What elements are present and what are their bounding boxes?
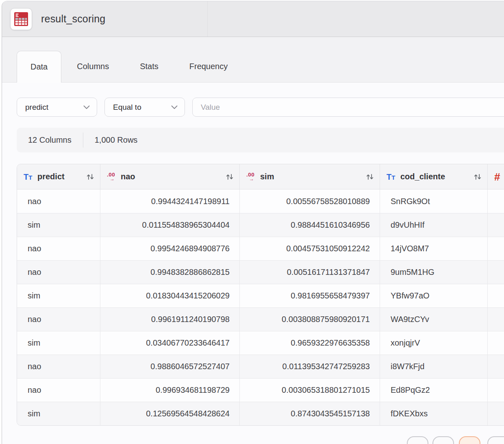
table-cell <box>488 331 504 355</box>
table-cell: 0.996934681198729 <box>100 379 240 402</box>
bottom-button-bar <box>2 436 504 444</box>
text-type-icon: TT <box>387 173 400 181</box>
filter-column-value: predict <box>25 103 48 112</box>
table-cell <box>488 355 504 378</box>
tab-label: Data <box>30 62 48 72</box>
table-cell <box>488 189 504 213</box>
decimal-type-icon: .00→ <box>246 172 260 181</box>
table-cell: Ed8PqGz2 <box>380 379 488 402</box>
table-cell: WA9tzCYv <box>380 308 488 331</box>
table-cell: 0.9961911240190798 <box>100 308 240 331</box>
column-name: sim <box>260 172 274 181</box>
dataset-table-icon <box>10 8 32 30</box>
tab-label: Columns <box>77 62 109 71</box>
bottom-button-4[interactable] <box>487 436 504 444</box>
table-cell <box>488 237 504 260</box>
table-cell: 0.9884451610346956 <box>240 213 380 237</box>
summary-bar: 12 Columns 1,000 Rows <box>17 128 504 152</box>
table-cell: 9um5M1HG <box>380 261 488 284</box>
table-row: nao0.99483828868628150.00516171131371847… <box>17 260 504 284</box>
table-cell: 0.011395342747259283 <box>240 355 380 378</box>
tab-data[interactable]: Data <box>17 51 61 83</box>
table-cell: fDKEXbxs <box>380 402 488 425</box>
text-type-icon: TT <box>24 173 37 181</box>
table-row: nao0.99619112401907980.00380887598092017… <box>17 307 504 331</box>
table-row: sim0.034067702336464170.9659322976635358… <box>17 331 504 355</box>
columns-count: 12 Columns <box>17 135 83 145</box>
table-cell: sim <box>17 284 100 307</box>
sort-icon[interactable] <box>365 172 374 181</box>
filter-operator-value: Equal to <box>113 103 141 112</box>
column-name: nao <box>121 172 135 181</box>
table-cell: 0.00556758528010889 <box>240 189 380 213</box>
table-cell: 0.8743043545157138 <box>240 402 380 425</box>
bottom-button-2[interactable] <box>432 436 454 444</box>
rows-count: 1,000 Rows <box>83 135 149 145</box>
table-cell: nao <box>17 379 100 402</box>
column-header-cod_cliente[interactable]: TTcod_cliente <box>380 164 488 189</box>
table-cell: 0.01830443415206029 <box>100 284 240 307</box>
table-cell: 0.9944324147198911 <box>100 189 240 213</box>
table-cell: 0.011554838965304404 <box>100 213 240 237</box>
filter-value-input[interactable] <box>192 98 504 117</box>
table-row: sim0.018304434152060290.9816955658479397… <box>17 284 504 307</box>
table-cell: nao <box>17 189 100 213</box>
table-cell <box>488 308 504 331</box>
table-cell: SnRGk9Ot <box>380 189 488 213</box>
window-header: result_scoring <box>2 1 504 37</box>
table-cell: xonjqjrV <box>380 331 488 355</box>
red-table-glyph <box>14 12 28 26</box>
column-header-nao[interactable]: .00→nao <box>100 164 240 189</box>
tab-bar: Data Columns Stats Frequency <box>2 37 504 83</box>
decimal-type-icon: .00→ <box>107 172 121 181</box>
table-cell: d9vUhHIf <box>380 213 488 237</box>
column-header-overflow[interactable]: # <box>488 164 504 189</box>
sort-icon[interactable] <box>473 172 482 181</box>
sort-icon[interactable] <box>225 172 234 181</box>
tab-frequency[interactable]: Frequency <box>174 50 243 82</box>
table-cell: 0.003065318801271015 <box>240 379 380 402</box>
table-cell: YBfw97aO <box>380 284 488 307</box>
tab-label: Frequency <box>189 62 228 71</box>
filter-operator-select[interactable]: Equal to <box>104 98 185 117</box>
table-cell <box>488 379 504 402</box>
integer-type-icon: # <box>494 172 504 182</box>
table-cell: 0.9816955658479397 <box>240 284 380 307</box>
dataset-title: result_scoring <box>41 13 105 25</box>
bottom-button-3[interactable] <box>459 436 480 444</box>
header-divider <box>207 1 208 37</box>
table-cell: sim <box>17 213 100 237</box>
chevron-down-icon <box>83 105 90 109</box>
table-cell: 0.9659322976635358 <box>240 331 380 355</box>
table-cell: nao <box>17 355 100 378</box>
table-cell <box>488 213 504 237</box>
column-header-predict[interactable]: TTpredict <box>17 164 100 189</box>
table-row: nao0.9969346811987290.003065318801271015… <box>17 378 504 402</box>
column-header-sim[interactable]: .00→sim <box>240 164 380 189</box>
table-cell: 14jVO8M7 <box>380 237 488 260</box>
table-cell <box>488 261 504 284</box>
filter-bar: predict Equal to <box>17 98 504 117</box>
tab-columns[interactable]: Columns <box>61 50 124 82</box>
column-name: predict <box>37 172 65 181</box>
tab-stats[interactable]: Stats <box>124 50 174 82</box>
table-cell: 0.03406770233646417 <box>100 331 240 355</box>
table-row: nao0.99443241471989110.00556758528010889… <box>17 189 504 213</box>
table-cell: nao <box>17 237 100 260</box>
dataset-window: result_scoring Data Columns Stats Freque… <box>2 1 504 444</box>
table-row: nao0.98860465725274070.01139534274725928… <box>17 355 504 378</box>
table-body: nao0.99443241471989110.00556758528010889… <box>17 189 504 425</box>
table-cell: 0.12569564548428624 <box>100 402 240 425</box>
table-cell: i8W7kFjd <box>380 355 488 378</box>
table-row: sim0.125695645484286240.8743043545157138… <box>17 402 504 425</box>
table-header-row: TTpredict.00→nao.00→simTTcod_cliente# <box>17 164 504 189</box>
table-cell: sim <box>17 402 100 425</box>
table-cell: 0.00516171131371847 <box>240 261 380 284</box>
sort-icon[interactable] <box>86 172 95 181</box>
filter-column-select[interactable]: predict <box>17 98 97 117</box>
table-cell: 0.9954246894908776 <box>100 237 240 260</box>
table-cell: nao <box>17 261 100 284</box>
bottom-button-1[interactable] <box>407 436 428 444</box>
table-cell: 0.9886046572527407 <box>100 355 240 378</box>
table-cell: 0.9948382886862815 <box>100 261 240 284</box>
